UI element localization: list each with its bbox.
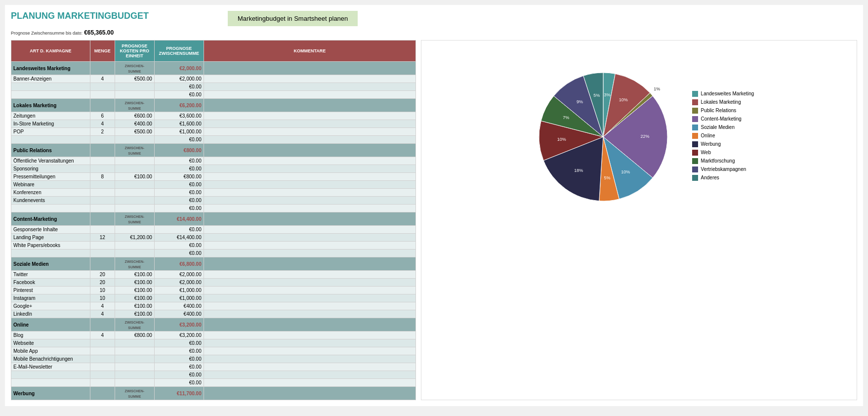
- table-row: Landing Page 12 €1,200.00 €14,400.00: [11, 234, 416, 242]
- pie-label: 5%: [593, 93, 600, 98]
- item-kosten: €100.00: [115, 294, 154, 302]
- item-summe: €0.00: [154, 205, 204, 212]
- category-row: Soziale Medien ZWISCHEN-SUMME €6,800.00: [11, 257, 416, 271]
- item-name: Kundenevents: [11, 197, 90, 205]
- table-row: Sponsoring €0.00: [11, 165, 416, 173]
- item-comments: [204, 310, 415, 318]
- item-menge: [90, 355, 115, 363]
- category-subtotal: €11,700.00: [154, 387, 204, 400]
- category-subtotal: €6,800.00: [154, 257, 204, 271]
- legend-color: [692, 141, 698, 147]
- item-name: Twitter: [11, 271, 90, 279]
- table-row: Google+ 4 €100.00 €400.00: [11, 302, 416, 310]
- item-menge: 12: [90, 234, 115, 242]
- category-kosten: ZWISCHEN-SUMME: [115, 144, 154, 157]
- category-kosten: ZWISCHEN-SUMME: [115, 212, 154, 226]
- item-kosten: €100.00: [115, 271, 154, 279]
- legend-label: Public Relations: [701, 108, 737, 113]
- table-row: €0.00: [11, 379, 416, 387]
- col-header-menge: MENGE: [90, 41, 115, 62]
- legend-item: Content-Marketing: [692, 116, 754, 122]
- category-menge: [90, 387, 115, 400]
- category-name: Landesweites Marketing: [11, 62, 90, 75]
- table-row: Twitter 20 €100.00 €2,000.00: [11, 271, 416, 279]
- table-row: €0.00: [11, 136, 416, 144]
- pie-label: 10%: [619, 97, 627, 102]
- table-row: Banner-Anzeigen 4 €500.00 €2,000.00: [11, 75, 416, 83]
- legend-color: [692, 133, 698, 139]
- item-summe: €0.00: [154, 355, 204, 363]
- table-row: Mobile Benachrichtigungen €0.00: [11, 355, 416, 363]
- legend-item: Werbung: [692, 141, 754, 147]
- item-kosten: [115, 242, 154, 250]
- item-summe: €0.00: [154, 242, 204, 250]
- pie-label: 7%: [563, 115, 569, 120]
- item-menge: [90, 189, 115, 197]
- item-summe: €2,000.00: [154, 279, 204, 287]
- category-row: Lokales Marketing ZWISCHEN-SUMME €6,200.…: [11, 99, 416, 112]
- item-name: Konferenzen: [11, 189, 90, 197]
- category-subtotal: €2,000.00: [154, 62, 204, 75]
- item-comments: [204, 271, 415, 279]
- item-menge: [90, 363, 115, 371]
- item-kosten: €1,200.00: [115, 234, 154, 242]
- legend-item: Soziale Medien: [692, 125, 754, 130]
- category-name: Soziale Medien: [11, 257, 90, 271]
- pie-label: 22%: [640, 134, 649, 139]
- category-comments: [204, 62, 415, 75]
- category-menge: [90, 99, 115, 112]
- table-row: Pinterest 10 €100.00 €1,000.00: [11, 287, 416, 294]
- item-name: [11, 371, 90, 379]
- legend-item: Public Relations: [692, 108, 754, 114]
- main-content: ART D. KAMPAGNE MENGE PROGNOSE KOSTEN PR…: [11, 40, 857, 400]
- item-summe: €0.00: [154, 197, 204, 205]
- category-menge: [90, 212, 115, 226]
- item-name: Banner-Anzeigen: [11, 75, 90, 83]
- table-row: Facebook 20 €100.00 €2,000.00: [11, 279, 416, 287]
- item-name: E-Mail-Newsletter: [11, 363, 90, 371]
- smartsheet-button[interactable]: Marketingbudget in Smartsheet planen: [228, 11, 358, 26]
- item-kosten: €800.00: [115, 332, 154, 339]
- item-name: POP: [11, 128, 90, 136]
- item-menge: [90, 165, 115, 173]
- chart-container: 3%10%1%22%10%5%18%10%7%9%5% Landesweites…: [524, 58, 754, 216]
- legend-color: [692, 125, 698, 130]
- item-menge: 4: [90, 120, 115, 128]
- item-summe: €0.00: [154, 157, 204, 165]
- item-kosten: €500.00: [115, 128, 154, 136]
- pie-label: 18%: [574, 168, 583, 173]
- table-section: ART D. KAMPAGNE MENGE PROGNOSE KOSTEN PR…: [11, 40, 416, 400]
- item-summe: €0.00: [154, 379, 204, 387]
- item-summe: €0.00: [154, 347, 204, 355]
- item-kosten: €400.00: [115, 120, 154, 128]
- table-row: Öffentliche Veranstaltungen €0.00: [11, 157, 416, 165]
- item-name: Öffentliche Veranstaltungen: [11, 157, 90, 165]
- item-summe: €0.00: [154, 371, 204, 379]
- table-row: €0.00: [11, 250, 416, 257]
- pie-label: 3%: [604, 92, 610, 97]
- item-kosten: €100.00: [115, 302, 154, 310]
- item-menge: 20: [90, 271, 115, 279]
- item-name: [11, 250, 90, 257]
- legend-item: Lokales Marketing: [692, 99, 754, 105]
- chart-section: 3%10%1%22%10%5%18%10%7%9%5% Landesweites…: [421, 40, 857, 400]
- pie-label: 10%: [557, 137, 566, 142]
- table-row: €0.00: [11, 371, 416, 379]
- item-comments: [204, 157, 415, 165]
- forecast-value: €65,365.00: [84, 29, 114, 36]
- item-menge: 6: [90, 112, 115, 120]
- item-summe: €0.00: [154, 83, 204, 91]
- item-comments: [204, 173, 415, 181]
- category-comments: [204, 212, 415, 226]
- table-row: Blog 4 €800.00 €3,200.00: [11, 332, 416, 339]
- item-comments: [204, 294, 415, 302]
- legend-label: Lokales Marketing: [701, 99, 741, 105]
- legend-color: [692, 116, 698, 122]
- legend-color: [692, 166, 698, 172]
- item-kosten: [115, 165, 154, 173]
- item-name: [11, 91, 90, 99]
- item-menge: [90, 226, 115, 234]
- item-comments: [204, 226, 415, 234]
- item-kosten: €100.00: [115, 279, 154, 287]
- item-name: [11, 136, 90, 144]
